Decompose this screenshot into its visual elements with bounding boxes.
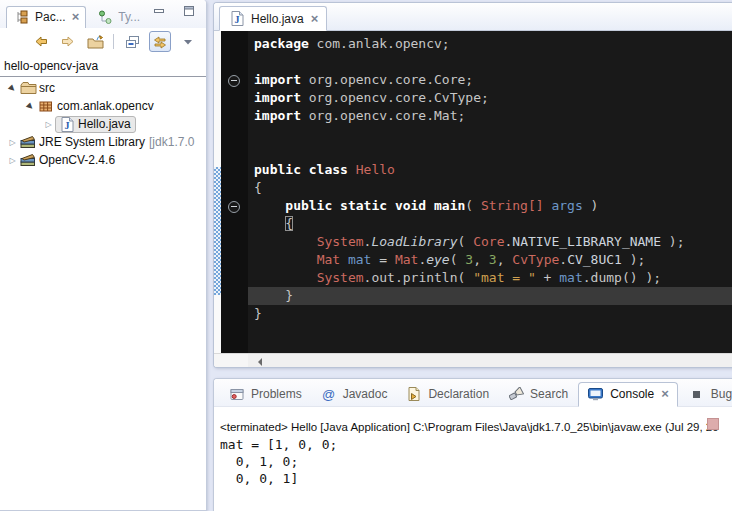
tree-item-opencv-2-4-6[interactable]: ▷OpenCV-2.4.6: [0, 151, 206, 169]
horizontal-scrollbar[interactable]: [214, 353, 732, 368]
tree-expand-arrow[interactable]: ▶: [23, 98, 39, 114]
bottom-tab-label: Bug Explorer: [711, 387, 732, 401]
close-icon[interactable]: ×: [661, 389, 669, 399]
tree-item-label: JRE System Library: [39, 135, 145, 149]
bottom-tab-bug-explorer[interactable]: Bug Explorer: [680, 383, 732, 406]
back-button[interactable]: [31, 32, 51, 51]
fold-marker[interactable]: [228, 201, 240, 213]
code-line: package com.anlak.opencv;: [248, 35, 732, 53]
maximize-button[interactable]: [180, 6, 198, 17]
java-file-icon: J: [228, 11, 246, 26]
console-output-line: 0, 0, 1]: [220, 470, 732, 487]
code-line: {: [248, 215, 732, 233]
folder-up-icon: [86, 34, 104, 49]
code-line: [248, 143, 732, 161]
code-line: import org.opencv.core.Mat;: [248, 107, 732, 125]
bottom-tab-problems[interactable]: Problems: [220, 383, 310, 406]
svg-text:@: @: [322, 387, 335, 401]
project-tree: ▶src▶com.anlak.opencv▷JHello.java▷JRE Sy…: [0, 77, 206, 169]
package-explorer-toolbar: [0, 28, 206, 55]
close-icon[interactable]: ×: [311, 14, 319, 24]
view-menu-button[interactable]: [178, 32, 198, 51]
code-line: Mat mat = Mat.eye( 3, 3, CvType.CV_8UC1 …: [248, 251, 732, 269]
tree-item-suffix: [jdk1.7.0: [149, 135, 194, 149]
tree-item-hello-java[interactable]: ▷JHello.java: [0, 115, 206, 133]
close-icon[interactable]: ×: [72, 12, 80, 22]
toolbar-separator: [113, 34, 114, 49]
tree-item-content: JRE System Library: [19, 135, 145, 149]
minimize-button[interactable]: [150, 6, 168, 17]
console-status-line: <terminated> Hello [Java Application] C:…: [214, 407, 732, 436]
editor-tab-hello-java[interactable]: J Hello.java ×: [219, 6, 327, 31]
library-icon: [19, 135, 37, 149]
code-line: import org.opencv.core.Core;: [248, 71, 732, 89]
scroll-left-arrow[interactable]: [254, 358, 262, 366]
bottom-tab-label: Declaration: [428, 387, 489, 401]
type-hierarchy-icon: [96, 10, 114, 24]
tree-expand-arrow[interactable]: ▷: [42, 120, 55, 129]
bottom-tab-label: Javadoc: [343, 387, 388, 401]
fold-gutter[interactable]: [221, 31, 248, 353]
code-area[interactable]: package com.anlak.opencv;import org.open…: [248, 31, 732, 353]
console-icon: [587, 388, 605, 401]
view-tab-label: Pac...: [35, 10, 66, 24]
tree-item-label: com.anlak.opencv: [57, 99, 154, 113]
code-line: }: [248, 305, 732, 323]
view-window-buttons: [150, 6, 198, 17]
tree-selection: JHello.java: [55, 116, 136, 133]
java-file-icon: J: [58, 117, 76, 132]
bottom-tab-console[interactable]: Console×: [578, 382, 678, 407]
bottom-tab-label: Search: [530, 387, 568, 401]
console-panel: Problems@JavadocDeclarationSearchConsole…: [213, 378, 732, 511]
code-line: public static void main( String[] args ): [248, 197, 732, 215]
link-with-editor-button[interactable]: [149, 31, 171, 52]
arrow-left-icon: [32, 34, 50, 49]
svg-text:J: J: [64, 120, 69, 131]
view-tab-label: Ty...: [118, 10, 140, 24]
javadoc-icon: @: [320, 387, 338, 401]
up-button[interactable]: [85, 32, 105, 51]
annotation-ruler[interactable]: [214, 31, 221, 353]
editor-body: package com.anlak.opencv;import org.open…: [214, 31, 732, 353]
view-tab-type-hierarchy[interactable]: Ty...: [90, 7, 146, 28]
tree-expand-arrow[interactable]: ▶: [5, 80, 21, 96]
source-folder-icon: [19, 81, 37, 95]
tree-item-src[interactable]: ▶src: [0, 79, 206, 97]
bottom-tab-search[interactable]: Search: [499, 383, 576, 406]
tree-item-jre-system-library[interactable]: ▷JRE System Library[jdk1.7.0: [0, 133, 206, 151]
triangle-down-icon: [179, 38, 197, 46]
tree-item-label: src: [39, 81, 55, 95]
console-output[interactable]: mat = [1, 0, 0; 0, 1, 0; 0, 0, 1]: [214, 436, 732, 487]
code-line: [248, 53, 732, 71]
bottom-tab-label: Problems: [251, 387, 302, 401]
view-tab-bar: Pac... × Ty...: [0, 0, 206, 28]
eclipse-workbench: Pac... × Ty... hello-opencv-java ▶src▶co…: [0, 0, 732, 511]
tree-item-content: com.anlak.opencv: [37, 99, 154, 113]
tree-item-com-anlak-opencv[interactable]: ▶com.anlak.opencv: [0, 97, 206, 115]
project-label[interactable]: hello-opencv-java: [0, 55, 206, 77]
package-explorer-icon: [13, 10, 31, 24]
library-icon: [19, 153, 37, 167]
editor-tab-bar: J Hello.java ×: [214, 3, 732, 31]
collapse-all-button[interactable]: [122, 32, 142, 51]
editor-tab-label: Hello.java: [251, 12, 304, 26]
forward-button[interactable]: [58, 32, 78, 51]
fold-marker[interactable]: [228, 75, 240, 87]
scrollbar-pad: [214, 354, 248, 368]
tree-expand-arrow[interactable]: ▷: [6, 156, 19, 165]
declaration-icon: [405, 387, 423, 401]
tree-item-label: OpenCV-2.4.6: [39, 153, 115, 167]
code-line: import org.opencv.core.CvType;: [248, 89, 732, 107]
problems-icon: [228, 388, 246, 401]
bottom-tab-javadoc[interactable]: @Javadoc: [312, 383, 396, 406]
console-output-line: 0, 1, 0;: [220, 453, 732, 470]
code-line: public class Hello: [248, 161, 732, 179]
view-tab-package-explorer[interactable]: Pac... ×: [6, 6, 86, 28]
tree-item-label: Hello.java: [78, 117, 131, 131]
terminate-button[interactable]: [707, 418, 719, 430]
bottom-tab-declaration[interactable]: Declaration: [397, 383, 497, 406]
tree-expand-arrow[interactable]: ▷: [6, 138, 19, 147]
editor-panel: J Hello.java × package com.anlak.opencv;…: [213, 2, 732, 368]
package-icon: [37, 100, 55, 113]
tree-item-content: OpenCV-2.4.6: [19, 153, 115, 167]
